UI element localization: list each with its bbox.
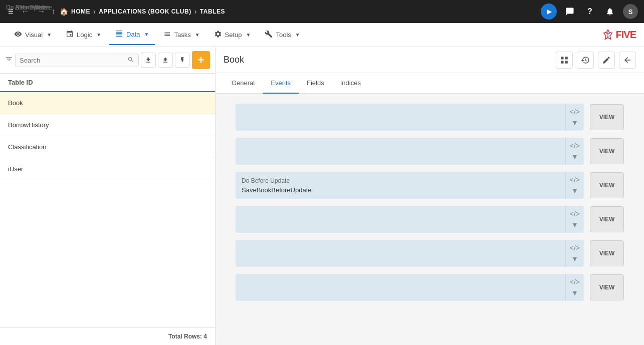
content-header: Book [216,47,644,73]
search-box [15,54,139,67]
data-icon [115,30,123,40]
annotation-arrow: ↗ [554,0,563,2]
help-button[interactable]: ? [583,5,597,19]
setup-dropdown: ▼ [246,32,251,38]
event-field-after-update-content: Do After Update [236,215,565,223]
table-row-borrowhistory[interactable]: BorrowHistory [0,114,215,136]
tab-indices[interactable]: Indices [332,73,369,94]
nav-visual[interactable]: Visual ▼ [8,25,58,45]
event-row-before-update: Do Before Update SaveBookBeforeUpdate </… [236,172,624,199]
code-icon-before-insert[interactable]: </> [570,108,580,116]
add-table-button[interactable]: + [192,51,210,69]
breadcrumb-app[interactable]: APPLICATIONS (BOOK CLUB) [99,8,191,15]
expand-icon-before-insert[interactable]: ▼ [571,119,578,127]
five-logo-icon [601,30,615,41]
logic-icon [66,30,74,40]
view-btn-after-delete[interactable]: VIEW [590,274,624,300]
expand-icon-before-update[interactable]: ▼ [571,187,578,195]
event-field-after-update: Do After Update </> ▼ [236,206,584,233]
expand-icon-after-update[interactable]: ▼ [571,221,578,229]
view-btn-after-insert[interactable]: VIEW [590,138,624,164]
nav-setup[interactable]: Setup ▼ [208,25,257,45]
five-text: FIVE [616,29,636,41]
event-field-before-delete: Do Before Delete </> ▼ [236,240,584,267]
tasks-icon [163,30,171,40]
breadcrumb-sep-1: › [93,8,96,16]
event-field-before-delete-content: Do Before Delete [236,249,565,257]
logic-dropdown: ▼ [96,32,101,38]
table-id-header: Table ID [0,74,215,92]
speech-button[interactable] [563,5,577,19]
event-row-after-insert: Do After Insert </> ▼ VIEW [236,138,624,165]
grid-view-button[interactable] [556,52,573,69]
back-nav-button[interactable] [619,52,636,69]
event-field-after-insert-icons: </> ▼ [565,138,584,165]
table-row-borrowhistory-label: BorrowHistory [8,121,49,129]
code-icon-after-update[interactable]: </> [570,210,580,218]
code-icon-after-delete[interactable]: </> [570,278,580,286]
view-btn-before-insert[interactable]: VIEW [590,104,624,130]
avatar[interactable]: S [623,4,638,19]
nav-tasks[interactable]: Tasks ▼ [157,25,205,45]
event-field-after-update-icons: </> ▼ [565,206,584,233]
top-nav: ≡ ← → ↑ 🏠 HOME › APPLICATIONS (BOOK CLUB… [0,0,644,23]
visual-icon [14,30,22,40]
event-field-before-update-content: Do Before Update SaveBookBeforeUpdate [236,173,565,198]
visual-label: Visual [25,31,43,39]
upload-button[interactable] [158,53,173,68]
sidebar-footer: Total Rows: 4 [0,327,215,345]
play-button[interactable]: ▶ [541,4,557,20]
breadcrumb-home[interactable]: HOME [71,8,90,15]
table-row-book[interactable]: Book [0,92,215,114]
event-field-after-insert: Do After Insert </> ▼ [236,138,584,165]
code-icon-before-update[interactable]: </> [570,176,580,184]
table-row-book-label: Book [8,99,23,107]
breadcrumb-sep-2: › [194,8,197,16]
tab-fields[interactable]: Fields [299,73,332,94]
tab-general[interactable]: General [224,73,263,94]
event-field-after-delete-content: Do After Delete [236,283,565,291]
sidebar-toolbar: + [0,47,215,74]
tool-nav: Visual ▼ Logic ▼ Data ▼ Tasks ▼ [0,23,644,47]
expand-icon-after-delete[interactable]: ▼ [571,289,578,297]
content-title: Book [224,55,556,65]
nav-logic[interactable]: Logic ▼ [60,25,107,45]
view-btn-before-delete[interactable]: VIEW [590,240,624,266]
search-icon [127,56,134,65]
home-icon[interactable]: 🏠 [60,8,69,16]
download-button[interactable] [141,53,156,68]
table-row-iuser[interactable]: iUser [0,158,215,180]
expand-icon-before-delete[interactable]: ▼ [571,255,578,263]
expand-icon-after-insert[interactable]: ▼ [571,153,578,161]
search-input[interactable] [20,57,125,64]
view-btn-before-update[interactable]: VIEW [590,172,624,198]
breadcrumb-tables[interactable]: TABLES [200,8,225,15]
event-field-before-insert-icons: </> ▼ [565,104,584,131]
notifications-button[interactable] [603,5,617,19]
content-area: Book General [216,47,644,345]
table-row-classification[interactable]: Classification [0,136,215,158]
history-button[interactable] [577,52,594,69]
tools-dropdown: ▼ [295,32,300,38]
event-field-before-insert-content: Do Before Insert [236,113,565,121]
events-content: Do Before Insert </> ▼ VIEW Do After Ins… [216,94,644,345]
view-btn-after-update[interactable]: VIEW [590,206,624,232]
nav-tools[interactable]: Tools ▼ [259,25,306,45]
event-row-before-delete: Do Before Delete </> ▼ VIEW [236,240,624,267]
filter-icon[interactable] [5,55,13,65]
edit-button[interactable] [598,52,615,69]
nav-data[interactable]: Data ▼ [109,25,155,45]
code-icon-before-delete[interactable]: </> [570,244,580,252]
event-before-update-value: SaveBookBeforeUpdate [242,186,559,194]
lightning-button[interactable] [175,53,190,68]
data-dropdown: ▼ [144,32,149,37]
sidebar: + Table ID Book BorrowHistory Classifica… [0,47,216,345]
event-row-after-update: Do After Update </> ▼ VIEW [236,206,624,233]
table-list: Book BorrowHistory Classification iUser [0,92,215,327]
code-icon-after-insert[interactable]: </> [570,142,580,150]
tab-events[interactable]: Events [263,73,299,94]
tasks-dropdown: ▼ [195,32,200,38]
event-field-after-delete-icons: </> ▼ [565,274,584,301]
data-label: Data [126,31,140,38]
event-field-before-update: Do Before Update SaveBookBeforeUpdate </… [236,172,584,199]
